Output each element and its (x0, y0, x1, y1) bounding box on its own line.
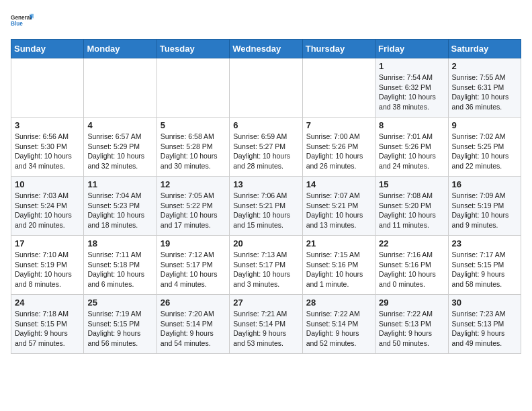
day-info: Sunrise: 7:20 AM Sunset: 5:14 PM Dayligh… (161, 309, 226, 349)
calendar-body: 1Sunrise: 7:54 AM Sunset: 6:32 PM Daylig… (11, 58, 521, 354)
day-info: Sunrise: 7:23 AM Sunset: 5:13 PM Dayligh… (452, 309, 517, 349)
day-number: 17 (15, 238, 80, 248)
day-number: 8 (379, 120, 444, 130)
calendar-cell: 18Sunrise: 7:11 AM Sunset: 5:18 PM Dayli… (84, 236, 157, 295)
logo: GeneralBlue (11, 11, 35, 31)
day-number: 22 (379, 238, 444, 248)
calendar-cell (84, 58, 157, 118)
day-number: 5 (161, 120, 226, 130)
weekday-header-saturday: Saturday (448, 40, 521, 58)
calendar-cell: 25Sunrise: 7:19 AM Sunset: 5:15 PM Dayli… (84, 295, 157, 354)
calendar-cell: 6Sunrise: 6:59 AM Sunset: 5:27 PM Daylig… (230, 118, 302, 177)
day-number: 23 (452, 238, 517, 248)
calendar-week-2: 3Sunrise: 6:56 AM Sunset: 5:30 PM Daylig… (11, 118, 521, 177)
day-info: Sunrise: 7:00 AM Sunset: 5:26 PM Dayligh… (306, 132, 371, 171)
calendar-cell: 23Sunrise: 7:17 AM Sunset: 5:15 PM Dayli… (448, 236, 521, 295)
calendar-cell: 5Sunrise: 6:58 AM Sunset: 5:28 PM Daylig… (157, 118, 229, 177)
day-info: Sunrise: 7:21 AM Sunset: 5:14 PM Dayligh… (233, 309, 298, 349)
day-number: 24 (15, 298, 80, 308)
calendar-header: SundayMondayTuesdayWednesdayThursdayFrid… (11, 40, 521, 58)
calendar-cell: 20Sunrise: 7:13 AM Sunset: 5:17 PM Dayli… (230, 236, 302, 295)
calendar-cell (230, 58, 302, 118)
day-info: Sunrise: 7:12 AM Sunset: 5:17 PM Dayligh… (161, 250, 226, 289)
calendar-week-4: 17Sunrise: 7:10 AM Sunset: 5:19 PM Dayli… (11, 236, 521, 295)
day-number: 1 (379, 61, 444, 71)
day-info: Sunrise: 6:56 AM Sunset: 5:30 PM Dayligh… (15, 132, 80, 171)
calendar-cell: 9Sunrise: 7:02 AM Sunset: 5:25 PM Daylig… (448, 118, 521, 177)
day-number: 19 (161, 238, 226, 248)
day-number: 26 (161, 298, 226, 308)
calendar-cell: 17Sunrise: 7:10 AM Sunset: 5:19 PM Dayli… (11, 236, 84, 295)
weekday-header-wednesday: Wednesday (230, 40, 302, 58)
day-number: 2 (452, 61, 517, 71)
day-number: 29 (379, 298, 444, 308)
calendar-cell (11, 58, 84, 118)
calendar-cell: 11Sunrise: 7:04 AM Sunset: 5:23 PM Dayli… (84, 177, 157, 236)
day-number: 18 (87, 238, 152, 248)
calendar-week-1: 1Sunrise: 7:54 AM Sunset: 6:32 PM Daylig… (11, 58, 521, 118)
day-info: Sunrise: 7:05 AM Sunset: 5:22 PM Dayligh… (161, 191, 226, 230)
calendar-cell: 16Sunrise: 7:09 AM Sunset: 5:19 PM Dayli… (448, 177, 521, 236)
day-number: 20 (233, 238, 298, 248)
day-number: 27 (233, 298, 298, 308)
weekday-header-monday: Monday (84, 40, 157, 58)
day-info: Sunrise: 7:54 AM Sunset: 6:32 PM Dayligh… (379, 73, 444, 112)
calendar-cell: 15Sunrise: 7:08 AM Sunset: 5:20 PM Dayli… (375, 177, 448, 236)
header: GeneralBlue (11, 11, 521, 31)
calendar-cell: 29Sunrise: 7:22 AM Sunset: 5:13 PM Dayli… (375, 295, 448, 354)
calendar-cell: 30Sunrise: 7:23 AM Sunset: 5:13 PM Dayli… (448, 295, 521, 354)
day-number: 30 (452, 298, 517, 308)
calendar-week-5: 24Sunrise: 7:18 AM Sunset: 5:15 PM Dayli… (11, 295, 521, 354)
day-info: Sunrise: 6:57 AM Sunset: 5:29 PM Dayligh… (87, 132, 152, 171)
day-info: Sunrise: 7:09 AM Sunset: 5:19 PM Dayligh… (452, 191, 517, 230)
day-number: 16 (452, 179, 517, 189)
day-info: Sunrise: 7:22 AM Sunset: 5:14 PM Dayligh… (306, 309, 371, 349)
day-info: Sunrise: 7:08 AM Sunset: 5:20 PM Dayligh… (379, 191, 444, 230)
day-info: Sunrise: 7:18 AM Sunset: 5:15 PM Dayligh… (15, 309, 80, 349)
day-info: Sunrise: 7:17 AM Sunset: 5:15 PM Dayligh… (452, 250, 517, 289)
day-info: Sunrise: 7:03 AM Sunset: 5:24 PM Dayligh… (15, 191, 80, 230)
calendar-cell: 4Sunrise: 6:57 AM Sunset: 5:29 PM Daylig… (84, 118, 157, 177)
svg-text:General: General (11, 15, 32, 21)
calendar-table: SundayMondayTuesdayWednesdayThursdayFrid… (11, 39, 521, 354)
day-number: 13 (233, 179, 298, 189)
day-info: Sunrise: 7:04 AM Sunset: 5:23 PM Dayligh… (87, 191, 152, 230)
day-number: 12 (161, 179, 226, 189)
day-number: 14 (306, 179, 371, 189)
day-info: Sunrise: 7:10 AM Sunset: 5:19 PM Dayligh… (15, 250, 80, 289)
day-number: 7 (306, 120, 371, 130)
day-info: Sunrise: 7:19 AM Sunset: 5:15 PM Dayligh… (87, 309, 152, 349)
day-info: Sunrise: 7:15 AM Sunset: 5:16 PM Dayligh… (306, 250, 371, 289)
day-number: 3 (15, 120, 80, 130)
calendar-cell (302, 58, 375, 118)
calendar-cell: 3Sunrise: 6:56 AM Sunset: 5:30 PM Daylig… (11, 118, 84, 177)
day-number: 4 (87, 120, 152, 130)
weekday-row: SundayMondayTuesdayWednesdayThursdayFrid… (11, 40, 521, 58)
day-info: Sunrise: 7:13 AM Sunset: 5:17 PM Dayligh… (233, 250, 298, 289)
day-number: 28 (306, 298, 371, 308)
day-info: Sunrise: 6:59 AM Sunset: 5:27 PM Dayligh… (233, 132, 298, 171)
calendar-cell: 7Sunrise: 7:00 AM Sunset: 5:26 PM Daylig… (302, 118, 375, 177)
calendar-cell: 14Sunrise: 7:07 AM Sunset: 5:21 PM Dayli… (302, 177, 375, 236)
calendar-cell: 12Sunrise: 7:05 AM Sunset: 5:22 PM Dayli… (157, 177, 229, 236)
calendar-cell: 2Sunrise: 7:55 AM Sunset: 6:31 PM Daylig… (448, 58, 521, 118)
calendar-cell: 10Sunrise: 7:03 AM Sunset: 5:24 PM Dayli… (11, 177, 84, 236)
weekday-header-sunday: Sunday (11, 40, 84, 58)
day-info: Sunrise: 7:01 AM Sunset: 5:26 PM Dayligh… (379, 132, 444, 171)
calendar-cell: 28Sunrise: 7:22 AM Sunset: 5:14 PM Dayli… (302, 295, 375, 354)
calendar-cell: 13Sunrise: 7:06 AM Sunset: 5:21 PM Dayli… (230, 177, 302, 236)
calendar-week-3: 10Sunrise: 7:03 AM Sunset: 5:24 PM Dayli… (11, 177, 521, 236)
day-number: 6 (233, 120, 298, 130)
day-number: 9 (452, 120, 517, 130)
calendar-cell: 26Sunrise: 7:20 AM Sunset: 5:14 PM Dayli… (157, 295, 229, 354)
calendar-cell: 24Sunrise: 7:18 AM Sunset: 5:15 PM Dayli… (11, 295, 84, 354)
weekday-header-tuesday: Tuesday (157, 40, 229, 58)
calendar-cell: 21Sunrise: 7:15 AM Sunset: 5:16 PM Dayli… (302, 236, 375, 295)
day-info: Sunrise: 7:06 AM Sunset: 5:21 PM Dayligh… (233, 191, 298, 230)
calendar-cell: 19Sunrise: 7:12 AM Sunset: 5:17 PM Dayli… (157, 236, 229, 295)
svg-text:Blue: Blue (11, 21, 23, 27)
day-info: Sunrise: 7:16 AM Sunset: 5:16 PM Dayligh… (379, 250, 444, 289)
calendar-cell: 1Sunrise: 7:54 AM Sunset: 6:32 PM Daylig… (375, 58, 448, 118)
calendar-cell: 27Sunrise: 7:21 AM Sunset: 5:14 PM Dayli… (230, 295, 302, 354)
day-number: 15 (379, 179, 444, 189)
